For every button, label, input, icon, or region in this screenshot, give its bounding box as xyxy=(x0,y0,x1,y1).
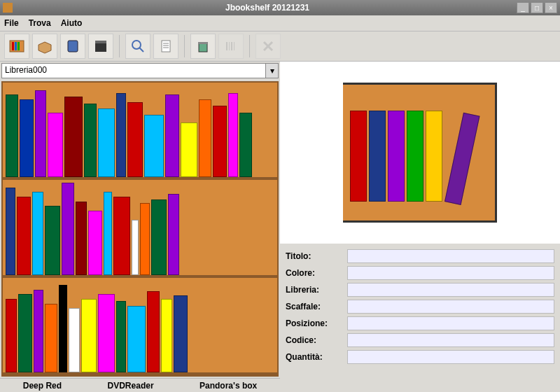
book-spine[interactable] xyxy=(144,115,164,177)
book-spine[interactable] xyxy=(88,211,102,275)
book-spine[interactable] xyxy=(228,93,238,178)
book-spine[interactable] xyxy=(174,295,188,372)
label-titolo: Titolo: xyxy=(286,251,342,261)
label-colore: Colore: xyxy=(286,268,342,278)
svg-rect-2 xyxy=(15,42,17,50)
window-title: Jbookshelf 20121231 xyxy=(18,3,517,13)
preview-panel xyxy=(280,62,560,244)
book-spine[interactable] xyxy=(151,200,167,275)
label-codice: Codice: xyxy=(286,335,342,345)
toolbar-separator xyxy=(184,35,185,57)
book-spine[interactable] xyxy=(140,203,150,274)
status-center: DVDReader xyxy=(108,381,154,391)
book-spine[interactable] xyxy=(69,308,80,372)
book-spine[interactable] xyxy=(6,94,18,177)
book-spine[interactable] xyxy=(32,192,43,274)
toolbar-box-button[interactable] xyxy=(32,34,57,59)
svg-rect-18 xyxy=(234,42,234,50)
book-spine[interactable] xyxy=(165,94,179,177)
shelf-row xyxy=(3,180,277,277)
close-button[interactable]: × xyxy=(545,2,557,13)
toolbar-film-button[interactable] xyxy=(88,34,113,59)
book-spine[interactable] xyxy=(81,299,97,372)
toolbar-separator xyxy=(249,35,250,57)
library-selector-value: Libreria000 xyxy=(2,64,265,78)
svg-rect-4 xyxy=(68,41,78,52)
book-spine[interactable] xyxy=(161,299,172,372)
book-spine[interactable] xyxy=(45,206,60,274)
toolbar-trash-button[interactable] xyxy=(190,34,216,59)
shelf-row xyxy=(3,83,277,180)
maximize-button[interactable]: □ xyxy=(531,2,543,13)
book-spine[interactable] xyxy=(199,99,211,178)
book-spine[interactable] xyxy=(116,93,126,178)
preview-book xyxy=(444,113,480,205)
field-titolo[interactable] xyxy=(347,249,554,263)
book-spine[interactable] xyxy=(132,220,139,275)
toolbar-barcode-button xyxy=(218,34,244,59)
book-spine[interactable] xyxy=(104,192,112,274)
menu-find[interactable]: Trova xyxy=(29,18,51,28)
svg-rect-16 xyxy=(229,42,230,50)
book-spine[interactable] xyxy=(6,299,17,372)
book-spine[interactable] xyxy=(116,301,126,372)
book-spine[interactable] xyxy=(98,108,115,177)
book-spine[interactable] xyxy=(34,290,43,372)
book-spine[interactable] xyxy=(48,113,63,177)
toolbar-separator xyxy=(119,35,120,57)
status-left: Deep Red xyxy=(23,381,62,391)
field-colore[interactable] xyxy=(347,266,554,280)
preview-book xyxy=(426,111,442,202)
preview-book xyxy=(350,111,367,202)
dropdown-icon[interactable]: ▾ xyxy=(265,64,278,78)
book-spine[interactable] xyxy=(113,197,130,275)
book-spine[interactable] xyxy=(35,90,46,178)
svg-rect-1 xyxy=(12,42,14,50)
book-spine[interactable] xyxy=(181,122,197,178)
book-spine[interactable] xyxy=(98,294,115,372)
preview-book xyxy=(388,111,405,202)
toolbar-delete-button xyxy=(255,34,281,59)
svg-line-8 xyxy=(139,48,144,52)
label-libreria: Libreria: xyxy=(286,285,342,295)
book-spine[interactable] xyxy=(20,99,34,178)
book-spine[interactable] xyxy=(213,106,227,177)
field-libreria[interactable] xyxy=(347,283,554,297)
toolbar-bookshelf-button[interactable] xyxy=(4,34,29,59)
book-spine[interactable] xyxy=(62,183,74,274)
book-spine[interactable] xyxy=(45,304,57,372)
preview-book xyxy=(407,111,424,202)
toolbar-document-button[interactable] xyxy=(153,34,178,59)
book-spine[interactable] xyxy=(17,197,31,275)
toolbar-book-button[interactable] xyxy=(60,34,85,59)
book-spine[interactable] xyxy=(6,188,15,275)
book-spine[interactable] xyxy=(168,194,179,275)
book-spine[interactable] xyxy=(127,306,146,372)
label-quantita: Quantità: xyxy=(286,352,342,362)
library-selector[interactable]: Libreria000 ▾ xyxy=(1,63,279,78)
book-spine[interactable] xyxy=(59,285,67,372)
field-codice[interactable] xyxy=(347,333,554,347)
status-right: Pandora's box xyxy=(200,381,257,391)
preview-book xyxy=(369,111,386,202)
svg-rect-15 xyxy=(226,42,227,50)
book-spine[interactable] xyxy=(127,102,143,178)
svg-rect-13 xyxy=(199,43,207,52)
menu-help[interactable]: Aiuto xyxy=(61,18,83,28)
book-spine[interactable] xyxy=(239,113,252,177)
book-spine[interactable] xyxy=(76,202,87,275)
field-posizione[interactable] xyxy=(347,316,554,330)
menu-file[interactable]: File xyxy=(4,18,19,28)
book-spine[interactable] xyxy=(18,294,32,372)
bookshelf-view[interactable] xyxy=(1,81,279,377)
book-spine[interactable] xyxy=(64,97,83,178)
app-icon xyxy=(3,3,13,13)
toolbar-search-button[interactable] xyxy=(125,34,150,59)
svg-rect-14 xyxy=(198,42,208,44)
field-quantita[interactable] xyxy=(347,350,554,364)
field-scaffale[interactable] xyxy=(347,300,554,314)
svg-rect-17 xyxy=(231,42,232,50)
book-spine[interactable] xyxy=(147,291,160,372)
minimize-button[interactable]: _ xyxy=(517,2,529,13)
book-spine[interactable] xyxy=(84,104,97,177)
